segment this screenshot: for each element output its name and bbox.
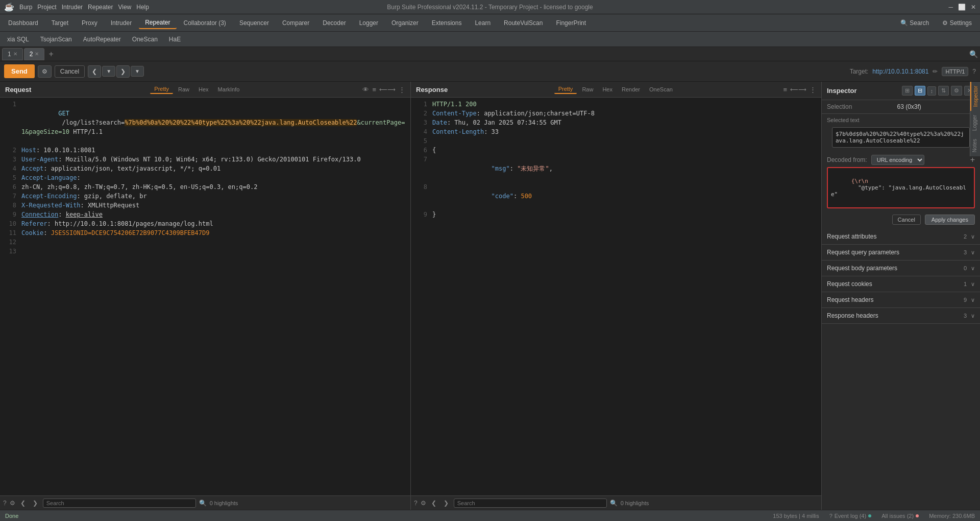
- menu-repeater[interactable]: Repeater: [88, 4, 113, 11]
- sec-tab-hae[interactable]: HaE: [164, 34, 186, 44]
- close-tab-1-icon[interactable]: ✕: [13, 51, 17, 57]
- side-tab-notes[interactable]: Notes: [970, 135, 980, 156]
- resp-search-help-icon[interactable]: ?: [414, 500, 418, 507]
- help-icon[interactable]: ?: [972, 68, 976, 75]
- sec-tab-tsojanscan[interactable]: TsojanScan: [35, 34, 77, 44]
- resp-tab-hex[interactable]: Hex: [598, 85, 617, 93]
- decoded-from-select[interactable]: URL encoding Base64 HTML: [871, 155, 924, 165]
- nav-next-btn[interactable]: ❯: [116, 65, 130, 78]
- tab-dashboard[interactable]: Dashboard: [2, 17, 44, 29]
- decoded-plus-icon[interactable]: +: [970, 155, 975, 164]
- accordion-request-headers-header[interactable]: Request headers 9 ∨: [822, 292, 980, 307]
- resp-search-settings-icon[interactable]: ⚙: [421, 500, 426, 507]
- resp-search-icon[interactable]: 🔍: [610, 500, 618, 507]
- req-search-next-btn[interactable]: ❯: [31, 499, 40, 508]
- wrap-icon[interactable]: ⟵⟶: [379, 86, 396, 93]
- resp-search-prev-btn[interactable]: ❮: [429, 499, 438, 508]
- tab-target[interactable]: Target: [45, 17, 75, 29]
- tab-intruder[interactable]: Intruder: [105, 17, 138, 29]
- inspector-settings-icon[interactable]: ⚙: [951, 86, 962, 96]
- tab-learn[interactable]: Learn: [469, 17, 497, 29]
- tab-search-icon[interactable]: 🔍: [969, 50, 978, 58]
- nav-split-btn[interactable]: ▼: [131, 66, 144, 77]
- req-tab-hex[interactable]: Hex: [194, 85, 213, 93]
- accordion-response-headers-header[interactable]: Response headers 3 ∨: [822, 308, 980, 323]
- tab-comparer[interactable]: Comparer: [276, 17, 315, 29]
- resp-wrap-icon[interactable]: ⟵⟶: [790, 86, 806, 93]
- req-tab-markinfo[interactable]: MarkInfo: [214, 85, 244, 93]
- accordion-request-body-params-header[interactable]: Request body parameters 0 ∨: [822, 260, 980, 276]
- tab-settings[interactable]: ⚙ Settings: [936, 17, 978, 29]
- tab-extensions[interactable]: Extensions: [426, 17, 468, 29]
- accordion-request-attributes-header[interactable]: Request attributes 2 ∨: [822, 229, 980, 244]
- request-code-area[interactable]: 1 GET /log/list?search=%7b%0d%0a%20%20%2…: [0, 98, 410, 495]
- request-tab-2[interactable]: 2 ✕: [24, 48, 45, 60]
- edit-target-icon[interactable]: ✏: [933, 68, 938, 75]
- accordion-request-body-params-chevron[interactable]: ∨: [971, 265, 975, 272]
- tab-search[interactable]: 🔍 Search: [894, 17, 935, 29]
- sec-tab-autorepeater[interactable]: AutoRepeater: [78, 34, 126, 44]
- inspector-sort-icon[interactable]: ↕: [927, 86, 937, 96]
- tab-organizer[interactable]: Organizer: [385, 17, 425, 29]
- resp-tab-render[interactable]: Render: [618, 85, 644, 93]
- tab-sequencer[interactable]: Sequencer: [233, 17, 275, 29]
- tab-repeater[interactable]: Repeater: [139, 17, 176, 29]
- resp-tab-pretty[interactable]: Pretty: [554, 85, 577, 94]
- req-search-prev-btn[interactable]: ❮: [18, 499, 28, 508]
- tab-collaborator[interactable]: Collaborator (3): [178, 17, 232, 29]
- accordion-request-query-params-header[interactable]: Request query parameters 3 ∨: [822, 245, 980, 260]
- resp-tab-onescan[interactable]: OneScan: [645, 85, 677, 93]
- req-tab-pretty[interactable]: Pretty: [150, 85, 173, 94]
- request-tab-1[interactable]: 1 ✕: [2, 48, 23, 60]
- accordion-request-cookies-header[interactable]: Request cookies 1 ∨: [822, 276, 980, 292]
- cancel-button[interactable]: Cancel: [55, 65, 85, 78]
- inspector-view-btn-2[interactable]: ⊟: [915, 86, 925, 96]
- tab-fingerprint[interactable]: FingerPrint: [550, 17, 592, 29]
- event-log-btn[interactable]: ? Event log (4): [829, 513, 872, 519]
- menu-view[interactable]: View: [118, 4, 131, 11]
- tab-routevulscan[interactable]: RouteVulScan: [498, 17, 549, 29]
- sec-tab-xiasql[interactable]: xia SQL: [2, 34, 34, 44]
- resp-tab-raw[interactable]: Raw: [578, 85, 597, 93]
- resp-list-icon[interactable]: ≡: [783, 86, 787, 93]
- close-tab-2-icon[interactable]: ✕: [35, 51, 39, 57]
- accordion-request-query-params-chevron[interactable]: ∨: [971, 249, 975, 256]
- send-button[interactable]: Send: [4, 64, 35, 78]
- response-code-area[interactable]: 1 HTTP/1.1 200 2 Content-Type: applicati…: [411, 98, 821, 495]
- response-search-input[interactable]: [454, 499, 607, 508]
- more-icon[interactable]: ⋮: [399, 86, 405, 93]
- decoded-content-box[interactable]: {\r\n "@type": "java.lang.AutoCloseable": [827, 167, 975, 208]
- close-btn[interactable]: ✕: [971, 4, 976, 11]
- settings-button[interactable]: ⚙: [38, 65, 52, 78]
- maximize-btn[interactable]: ⬜: [958, 4, 966, 11]
- request-search-input[interactable]: [43, 499, 196, 508]
- req-search-help-icon[interactable]: ?: [3, 500, 7, 507]
- list-icon[interactable]: ≡: [372, 86, 376, 93]
- nav-down-btn[interactable]: ▼: [102, 66, 115, 77]
- accordion-request-cookies-chevron[interactable]: ∨: [971, 281, 975, 288]
- menu-help[interactable]: Help: [136, 4, 149, 11]
- eye-off-icon[interactable]: 👁: [362, 86, 369, 93]
- sec-tab-onescan[interactable]: OneScan: [127, 34, 163, 44]
- tab-proxy[interactable]: Proxy: [76, 17, 104, 29]
- req-search-icon[interactable]: 🔍: [199, 500, 207, 507]
- all-issues-btn[interactable]: All issues (2): [881, 513, 919, 519]
- inspector-view-btn-1[interactable]: ⊞: [902, 86, 913, 96]
- inspector-apply-button[interactable]: Apply changes: [925, 215, 975, 225]
- resp-search-next-btn[interactable]: ❯: [442, 499, 451, 508]
- http-version-badge[interactable]: HTTP/1: [942, 67, 968, 76]
- side-tab-inspector[interactable]: Inspector: [970, 82, 980, 111]
- req-tab-raw[interactable]: Raw: [174, 85, 193, 93]
- menu-intruder[interactable]: Intruder: [62, 4, 83, 11]
- inspector-cancel-button[interactable]: Cancel: [892, 215, 921, 225]
- side-tab-logger[interactable]: Logger: [970, 111, 980, 135]
- minimize-btn[interactable]: ─: [948, 4, 953, 11]
- menu-project[interactable]: Project: [37, 4, 56, 11]
- tab-logger[interactable]: Logger: [353, 17, 384, 29]
- tab-decoder[interactable]: Decoder: [316, 17, 352, 29]
- accordion-request-headers-chevron[interactable]: ∨: [971, 297, 975, 303]
- new-tab-btn[interactable]: +: [45, 50, 56, 59]
- accordion-response-headers-chevron[interactable]: ∨: [971, 313, 975, 319]
- nav-prev-btn[interactable]: ❮: [88, 65, 101, 78]
- accordion-request-attributes-chevron[interactable]: ∨: [971, 233, 975, 240]
